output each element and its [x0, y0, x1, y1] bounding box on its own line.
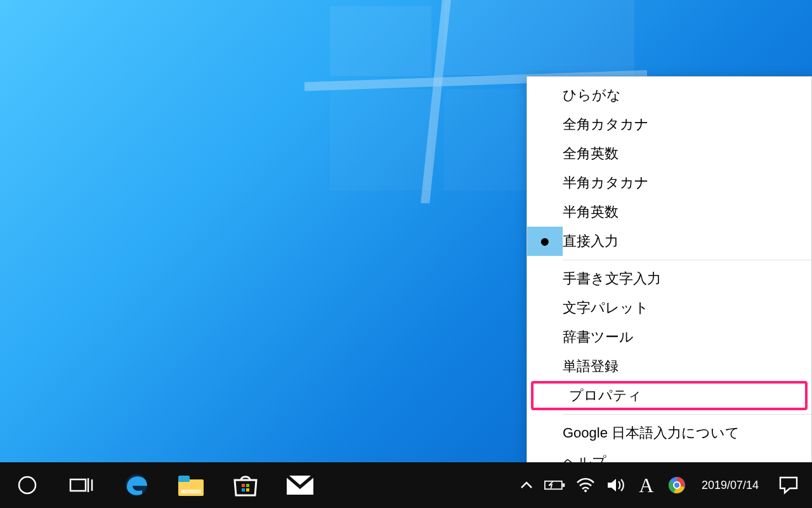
taskbar-app-microsoft-store[interactable]: [218, 462, 273, 508]
menu-item[interactable]: 手書き文字入力: [527, 264, 811, 293]
menu-bullet-icon: [527, 418, 563, 448]
menu-bullet-icon: [527, 110, 563, 139]
menu-item[interactable]: 辞書ツール: [527, 323, 811, 352]
menu-item-label: 半角カタカナ: [563, 173, 811, 192]
menu-bullet-icon: [527, 168, 563, 197]
taskbar-app-edge[interactable]: [109, 462, 164, 508]
taskbar-date: 2019/07/14: [702, 479, 759, 492]
menu-item-label: Google 日本語入力について: [563, 424, 811, 443]
svg-rect-1: [70, 479, 86, 491]
menu-item-label: 半角英数: [563, 203, 811, 222]
google-ime-icon[interactable]: [664, 462, 690, 508]
menu-item[interactable]: 半角カタカナ: [527, 168, 811, 197]
menu-item[interactable]: 全角カタカナ: [527, 110, 811, 139]
system-tray: A 2019/07/14: [510, 462, 812, 508]
taskbar-clock[interactable]: 2019/07/14: [694, 479, 766, 492]
ime-mode-indicator[interactable]: A: [633, 462, 660, 508]
menu-item[interactable]: Google 日本語入力について: [527, 418, 811, 448]
menu-bullet-icon: [527, 81, 563, 110]
desktop[interactable]: ひらがな全角カタカナ全角英数半角カタカナ半角英数●直接入力 手書き文字入力文字パ…: [0, 0, 812, 508]
svg-rect-13: [545, 481, 562, 490]
menu-item[interactable]: 全角英数: [527, 139, 811, 168]
taskbar-app-file-explorer[interactable]: [164, 462, 218, 508]
menu-item[interactable]: 半角英数: [527, 197, 811, 227]
svg-point-19: [674, 483, 679, 488]
ime-context-menu: ひらがな全角カタカナ全角英数半角カタカナ半角英数●直接入力 手書き文字入力文字パ…: [527, 76, 812, 481]
menu-bullet-icon: ●: [527, 227, 563, 256]
menu-item-label: 全角英数: [563, 144, 811, 163]
menu-item-label: 全角カタカナ: [563, 115, 811, 134]
svg-rect-10: [242, 488, 245, 491]
cortana-search-button[interactable]: [0, 462, 55, 508]
menu-item-label: 文字パレット: [563, 298, 811, 318]
menu-item[interactable]: 単語登録: [527, 352, 811, 381]
svg-rect-8: [242, 484, 245, 487]
svg-rect-6: [178, 476, 190, 482]
menu-item-label: 単語登録: [563, 357, 811, 376]
menu-item-properties[interactable]: プロパティ: [531, 381, 808, 410]
taskbar-app-mail[interactable]: [273, 462, 327, 508]
svg-rect-7: [181, 490, 201, 493]
menu-bullet-icon: [534, 384, 569, 408]
svg-point-0: [19, 477, 36, 493]
menu-bullet-icon: [527, 323, 563, 352]
menu-item[interactable]: ひらがな: [527, 81, 811, 110]
menu-separator: [563, 414, 811, 415]
menu-item-label: 辞書ツール: [563, 328, 811, 347]
svg-rect-11: [246, 488, 249, 491]
menu-bullet-icon: [527, 139, 563, 168]
menu-item-label: 手書き文字入力: [563, 269, 811, 288]
ime-mode-letter: A: [639, 474, 653, 497]
svg-marker-16: [608, 479, 616, 491]
taskbar: A 2019/07/14: [0, 462, 812, 508]
menu-item[interactable]: ●直接入力: [527, 227, 811, 256]
wifi-icon[interactable]: [572, 462, 599, 508]
svg-point-15: [584, 490, 587, 492]
menu-separator: [563, 260, 811, 260]
tray-overflow-chevron-icon[interactable]: [515, 462, 538, 508]
menu-item-label: 直接入力: [563, 232, 811, 251]
volume-icon[interactable]: [603, 462, 629, 508]
task-view-button[interactable]: [55, 462, 109, 508]
menu-bullet-icon: [527, 197, 563, 227]
battery-icon[interactable]: [542, 462, 568, 508]
svg-rect-9: [246, 484, 249, 487]
menu-item[interactable]: 文字パレット: [527, 293, 811, 323]
action-center-button[interactable]: [770, 462, 807, 508]
menu-item-label: ひらがな: [563, 86, 811, 105]
svg-rect-14: [563, 483, 565, 486]
menu-bullet-icon: [527, 264, 563, 293]
menu-bullet-icon: [527, 293, 563, 323]
menu-item-label: プロパティ: [569, 386, 805, 405]
menu-bullet-icon: [527, 352, 563, 381]
